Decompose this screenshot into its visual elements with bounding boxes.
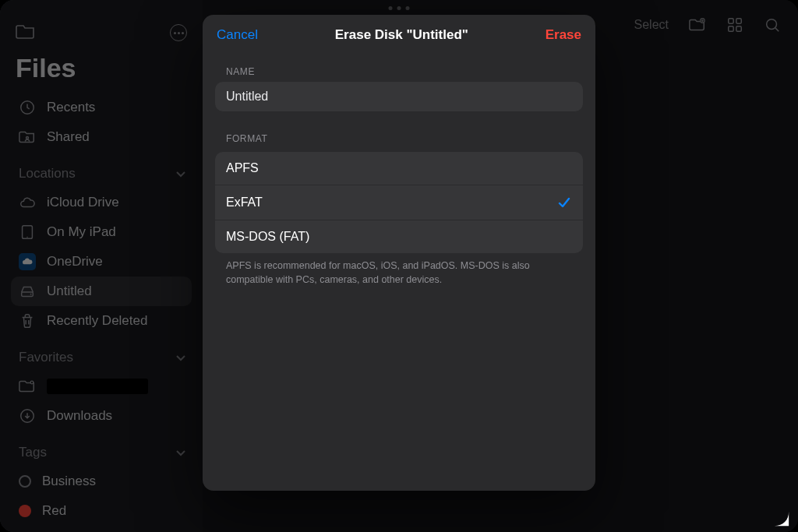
sidebar-item-label: Untitled bbox=[47, 284, 92, 299]
onedrive-icon bbox=[19, 253, 36, 270]
shared-folder-icon bbox=[19, 129, 36, 146]
sidebar-item-downloads[interactable]: Downloads bbox=[11, 401, 192, 431]
name-field-label: NAME bbox=[215, 58, 583, 82]
sidebar-item-label: On My iPad bbox=[47, 224, 116, 240]
sidebar-item-label: Shared bbox=[47, 129, 90, 145]
svg-rect-10 bbox=[736, 19, 741, 23]
tag-dot-icon bbox=[19, 505, 31, 517]
sidebar-item-label: OneDrive bbox=[47, 254, 103, 270]
format-option-apfs[interactable]: APFS bbox=[215, 152, 583, 185]
sidebar-tag-red[interactable]: Red bbox=[11, 496, 192, 526]
svg-point-1 bbox=[26, 136, 29, 139]
svg-point-5 bbox=[30, 294, 32, 295]
folder-icon[interactable] bbox=[16, 23, 34, 42]
view-grid-icon[interactable] bbox=[726, 16, 743, 33]
svg-rect-12 bbox=[736, 26, 741, 31]
sidebar-item-label: Red bbox=[42, 503, 66, 519]
format-option-exfat[interactable]: ExFAT bbox=[215, 185, 583, 220]
tag-dot-icon bbox=[19, 475, 31, 488]
chat-tail-artifact bbox=[773, 510, 790, 527]
sidebar-section-favorites[interactable]: Favorites bbox=[11, 344, 192, 372]
chevron-down-icon bbox=[175, 167, 187, 180]
new-folder-icon[interactable] bbox=[689, 16, 706, 33]
sidebar-item-redacted[interactable] bbox=[11, 372, 192, 401]
svg-rect-11 bbox=[729, 26, 733, 31]
section-label: Locations bbox=[19, 166, 76, 181]
search-icon[interactable] bbox=[764, 16, 781, 33]
svg-point-3 bbox=[26, 237, 27, 238]
folder-lock-icon bbox=[19, 378, 36, 395]
ipad-icon bbox=[19, 224, 36, 241]
chevron-down-icon bbox=[175, 446, 187, 459]
clock-icon bbox=[19, 99, 36, 116]
sidebar-tag-orange[interactable]: Orange bbox=[11, 526, 192, 532]
section-label: Favorites bbox=[19, 350, 73, 365]
sidebar-item-label: iCloud Drive bbox=[47, 195, 119, 210]
sidebar-item-label: Downloads bbox=[47, 408, 112, 424]
modal-header: Cancel Erase Disk "Untitled" Erase bbox=[203, 15, 595, 54]
more-icon[interactable] bbox=[170, 24, 187, 41]
format-option-label: MS-DOS (FAT) bbox=[226, 230, 309, 244]
format-field-label: FORMAT bbox=[215, 125, 583, 149]
sidebar-item-onedrive[interactable]: OneDrive bbox=[11, 247, 192, 277]
sidebar-item-ipad[interactable]: On My iPad bbox=[11, 217, 192, 247]
modal-body: NAME FORMAT APFS ExFAT MS-DOS (FAT) APFS… bbox=[203, 54, 595, 291]
svg-point-6 bbox=[30, 381, 34, 384]
trash-icon bbox=[19, 312, 36, 329]
format-help-text: APFS is recommended for macOS, iOS, and … bbox=[215, 253, 583, 287]
section-label: Tags bbox=[19, 445, 47, 460]
sidebar-section-tags[interactable]: Tags bbox=[11, 439, 192, 467]
sidebar-item-label: Business bbox=[42, 474, 96, 489]
format-option-label: ExFAT bbox=[226, 196, 263, 210]
cancel-button[interactable]: Cancel bbox=[217, 27, 258, 43]
svg-point-13 bbox=[767, 19, 777, 30]
format-options: APFS ExFAT MS-DOS (FAT) bbox=[215, 152, 583, 253]
sidebar: Files Recents Shared Locations iCloud Dr… bbox=[0, 0, 203, 532]
erase-disk-modal: Cancel Erase Disk "Untitled" Erase NAME … bbox=[203, 15, 595, 491]
app-window: Files Recents Shared Locations iCloud Dr… bbox=[0, 0, 798, 532]
format-option-label: APFS bbox=[226, 161, 259, 175]
redacted-label bbox=[47, 379, 148, 394]
erase-button[interactable]: Erase bbox=[546, 27, 581, 43]
sidebar-item-shared[interactable]: Shared bbox=[11, 122, 192, 152]
sidebar-top-row bbox=[11, 17, 192, 48]
sidebar-item-icloud[interactable]: iCloud Drive bbox=[11, 188, 192, 217]
chevron-down-icon bbox=[175, 351, 187, 364]
checkmark-icon bbox=[556, 195, 572, 210]
sidebar-item-label: Recently Deleted bbox=[47, 313, 147, 329]
sidebar-tag-business[interactable]: Business bbox=[11, 467, 192, 496]
disk-name-input[interactable] bbox=[215, 82, 583, 111]
sidebar-item-untitled[interactable]: Untitled bbox=[11, 277, 192, 306]
sidebar-item-recently-deleted[interactable]: Recently Deleted bbox=[11, 306, 192, 336]
app-title: Files bbox=[11, 48, 192, 93]
external-drive-icon bbox=[19, 283, 36, 300]
download-icon bbox=[19, 407, 36, 425]
sidebar-item-recents[interactable]: Recents bbox=[11, 93, 192, 122]
format-option-msdos[interactable]: MS-DOS (FAT) bbox=[215, 220, 583, 253]
svg-rect-9 bbox=[729, 19, 733, 23]
sidebar-section-locations[interactable]: Locations bbox=[11, 160, 192, 188]
sidebar-item-label: Recents bbox=[47, 100, 95, 115]
cloud-icon bbox=[19, 194, 36, 211]
select-button[interactable]: Select bbox=[634, 18, 669, 32]
modal-title: Erase Disk "Untitled" bbox=[335, 27, 468, 43]
